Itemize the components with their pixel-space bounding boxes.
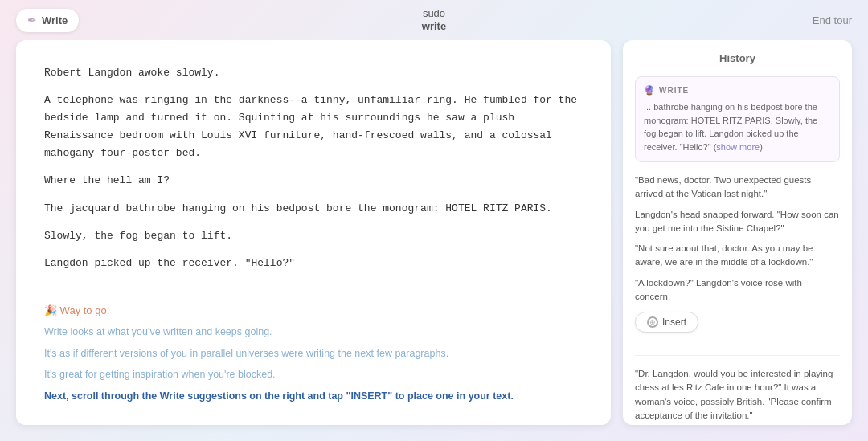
write-section: 🔮 WRITE ... bathrobe hanging on his bedp… <box>635 76 840 162</box>
second-dialogue-block: "Dr. Langdon, would you be interested in… <box>635 355 840 425</box>
dialogue-line-4: "A lockdown?" Langdon's voice rose with … <box>635 273 840 308</box>
paragraph-5: Slowly, the fog began to lift. <box>44 227 583 245</box>
editor-panel[interactable]: Robert Langdon awoke slowly. A telephone… <box>16 40 611 425</box>
editor-text: Robert Langdon awoke slowly. A telephone… <box>44 64 583 272</box>
pen-icon: ✒ <box>27 14 37 27</box>
main-content: Robert Langdon awoke slowly. A telephone… <box>0 40 868 441</box>
dialogue-line-1: "Bad news, doctor. Two unexpected guests… <box>635 170 840 205</box>
end-tour-button[interactable]: End tour <box>813 14 852 27</box>
paragraph-4: The jacquard bathrobe hanging on his bed… <box>44 200 583 218</box>
paragraph-1: Robert Langdon awoke slowly. <box>44 64 583 82</box>
write-badge-label: WRITE <box>659 86 689 95</box>
write-icon: 🔮 <box>644 85 655 96</box>
write-button[interactable]: ✒ Write <box>16 9 79 32</box>
insert-icon-1: ⊕ <box>647 316 658 328</box>
dialogue-line-3: "Not sure about that, doctor. As you may… <box>635 239 840 273</box>
show-more-link[interactable]: show more <box>716 142 760 152</box>
feature-item-3: It's great for getting inspiration when … <box>44 367 583 382</box>
feature-item-2: It's as if different versions of you in … <box>44 346 583 361</box>
feature-title: 🎉 Way to go! <box>44 304 583 316</box>
feature-section: 🎉 Way to go! Write looks at what you've … <box>44 296 583 404</box>
header: ✒ Write sudo write End tour <box>0 0 868 40</box>
first-dialogue-block: "Bad news, doctor. Two unexpected guests… <box>635 170 840 333</box>
paragraph-6: Langdon picked up the receiver. "Hello?" <box>44 255 583 272</box>
dialogue-line-2: Langdon's head snapped forward. "How soo… <box>635 205 840 239</box>
write-label: Write <box>42 14 68 27</box>
feature-list: Write looks at what you've written and k… <box>44 325 583 404</box>
app-title: sudo write <box>422 7 446 32</box>
dialogue-line-5: "Dr. Langdon, would you be interested in… <box>635 364 840 425</box>
write-excerpt: ... bathrobe hanging on his bedpost bore… <box>644 100 831 153</box>
feature-item-4: Next, scroll through the Write suggestio… <box>44 389 583 404</box>
paragraph-2: A telephone was ringing in the darkness-… <box>44 92 583 162</box>
insert-button-1[interactable]: ⊕ Insert <box>635 312 698 333</box>
history-panel[interactable]: History 🔮 WRITE ... bathrobe hanging on … <box>623 40 852 425</box>
feature-item-1: Write looks at what you've written and k… <box>44 325 583 340</box>
write-badge: 🔮 WRITE <box>644 85 831 96</box>
history-title: History <box>635 52 840 64</box>
paragraph-3: Where the hell am I? <box>44 172 583 190</box>
